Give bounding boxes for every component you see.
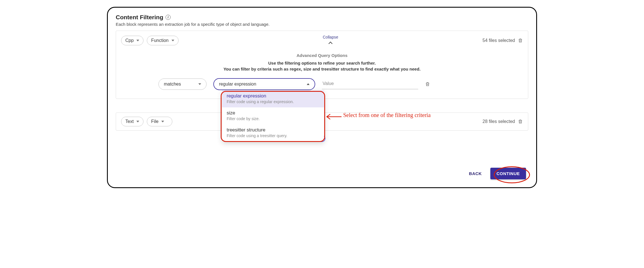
criteria-option-title: treesitter structure bbox=[227, 127, 319, 133]
back-button[interactable]: BACK bbox=[466, 168, 484, 179]
caret-down-icon bbox=[198, 83, 201, 85]
caret-down-icon bbox=[136, 40, 139, 41]
language-select-label: Cpp bbox=[125, 38, 134, 43]
object-type-label: Function bbox=[151, 38, 168, 43]
criteria-option-size[interactable]: size Filter code by size. bbox=[222, 107, 324, 124]
caret-down-icon bbox=[136, 121, 139, 122]
info-icon[interactable]: i bbox=[166, 15, 171, 20]
criteria-option-regex[interactable]: regular expression Filter code using a r… bbox=[222, 90, 324, 107]
criteria-select[interactable]: regular expression bbox=[213, 78, 315, 90]
criteria-dropdown: regular expression Filter code using a r… bbox=[222, 90, 324, 141]
criteria-option-sub: Filter code using a treesitter query. bbox=[227, 133, 319, 138]
language-select[interactable]: Text bbox=[121, 117, 143, 126]
criteria-option-treesitter[interactable]: treesitter structure Filter code using a… bbox=[222, 124, 324, 141]
object-type-label: File bbox=[151, 119, 158, 124]
advanced-query-desc2: You can filter by criteria such as regex… bbox=[116, 67, 528, 71]
caret-up-icon bbox=[307, 83, 310, 85]
trash-icon bbox=[518, 119, 523, 124]
language-select[interactable]: Cpp bbox=[121, 36, 143, 45]
matcher-select[interactable]: matches bbox=[158, 78, 207, 90]
caret-down-icon bbox=[161, 121, 164, 122]
footer-buttons: BACK CONTINUE bbox=[466, 168, 526, 179]
extraction-block-1: Cpp Function Collapse 54 files selected bbox=[116, 31, 528, 99]
criteria-option-sub: Filter code by size. bbox=[227, 116, 319, 121]
chevron-up-icon bbox=[329, 42, 332, 46]
files-selected-count: 54 files selected bbox=[482, 38, 515, 43]
advanced-query-title: Advanced Query Options bbox=[116, 53, 528, 58]
annotation-text: Select from one of the filtering criteri… bbox=[343, 112, 431, 118]
criteria-selected-label: regular expression bbox=[219, 82, 256, 87]
criteria-option-title: size bbox=[227, 110, 319, 116]
trash-icon bbox=[518, 38, 523, 43]
page-subtitle: Each block represents an extraction job … bbox=[116, 22, 528, 27]
language-select-label: Text bbox=[125, 119, 134, 124]
collapse-toggle[interactable] bbox=[179, 41, 483, 46]
caret-down-icon bbox=[171, 40, 174, 41]
page-title-text: Content Filtering bbox=[116, 14, 163, 21]
delete-block-button[interactable] bbox=[518, 38, 523, 43]
block1-header: Cpp Function Collapse 54 files selected bbox=[116, 31, 528, 48]
content-filtering-panel: Content Filtering i Each block represent… bbox=[107, 7, 537, 188]
object-type-select[interactable]: Function bbox=[147, 36, 178, 45]
object-type-select[interactable]: File bbox=[147, 117, 172, 126]
trash-icon bbox=[425, 81, 430, 87]
advanced-query-desc1: Use the filtering options to refine your… bbox=[116, 61, 528, 65]
criteria-option-sub: Filter code using a regular expression. bbox=[227, 99, 319, 104]
continue-button[interactable]: CONTINUE bbox=[490, 168, 526, 179]
delete-block-button[interactable] bbox=[518, 119, 523, 124]
delete-filter-button[interactable] bbox=[425, 81, 430, 87]
matcher-label: matches bbox=[164, 82, 181, 87]
collapse-label: Collapse bbox=[179, 35, 483, 39]
files-selected-count: 28 files selected bbox=[482, 119, 515, 124]
criteria-option-title: regular expression bbox=[227, 93, 319, 99]
page-title: Content Filtering i bbox=[116, 14, 528, 21]
filter-value-input[interactable] bbox=[322, 79, 418, 89]
